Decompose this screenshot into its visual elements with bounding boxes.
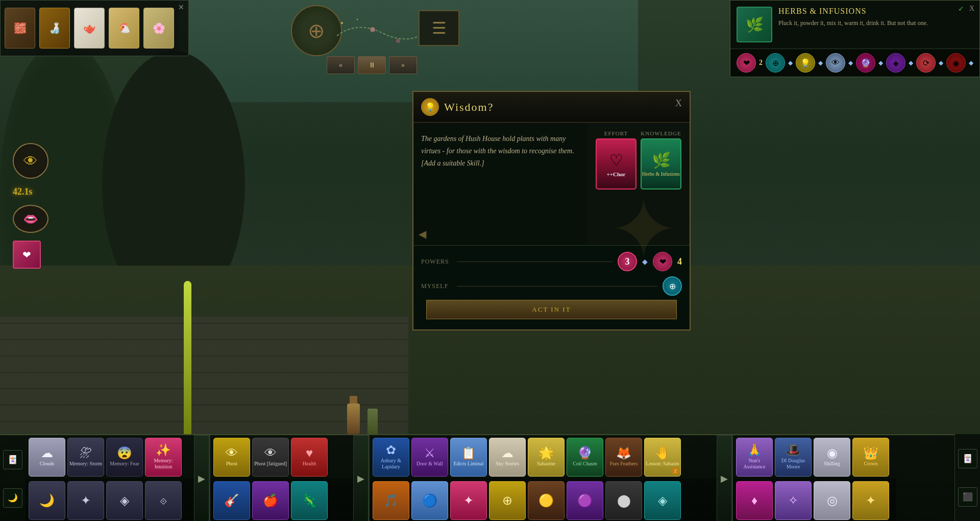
lips-icon[interactable]: 👄 [13,205,48,233]
resource-yellow[interactable]: 💡 [796,53,815,73]
di-douglas-icon: 🎩 [786,444,801,456]
effort-card[interactable]: ♡ ++Chor [596,138,636,190]
coil-chasm-icon: 🔮 [577,447,593,459]
bottom-card-sabazine[interactable]: 🌟 Sabazine [528,438,565,477]
bottom-card-s4b3[interactable]: ◎ [814,481,850,520]
bottom-card-door-wall[interactable]: ⚔ Door & Wall [411,438,448,477]
timer-display: 42.1s [13,186,48,197]
bottom-card-furs-feathers[interactable]: 🦊 Furs Feathers [605,438,642,477]
svg-point-1 [396,39,400,43]
s1b1-icon: 🌙 [39,494,55,507]
wisdom-bulb-icon: 💡 [421,98,439,116]
memory-storm-icon: ⛈ [80,447,92,459]
corner-btn-moon[interactable]: 🌙 [3,488,22,508]
forward-button[interactable]: » [389,56,417,74]
bottom-card-anbary[interactable]: ✿ Anbary & Lapidary [373,438,409,477]
resource-red-ring[interactable]: ⟳ [916,53,936,73]
bottom-card-s3b7[interactable]: ⬤ [605,481,642,520]
section1-top-row: ☁ Clouds ⛈ Memory: Storm 😨 Memory: Fear … [26,435,194,479]
wisdom-title: Wisdom? [444,101,494,114]
bottom-card-s2b3[interactable]: 🦎 [291,481,328,520]
bottom-card-s4b1[interactable]: ♦ [736,481,773,520]
bottom-card-shilling[interactable]: ◉ Shilling [814,438,850,477]
arrow-right-2[interactable]: ▶ [353,435,369,521]
resource-pink-1[interactable]: ❤ [737,53,756,73]
bottom-card-memory-storm[interactable]: ⛈ Memory: Storm [67,438,104,477]
bottom-card-coil-chasm[interactable]: 🔮 Coil Chasm [567,438,603,477]
s4b3-icon: ◎ [827,494,838,507]
bottom-card-phost-fatigued[interactable]: 👁 Phost [fatigued] [252,438,289,477]
arrow-right-3[interactable]: ▶ [717,435,732,521]
inventory-card-5[interactable]: 🌸 [143,8,174,49]
corner-btn-right-top[interactable]: 🃏 [958,449,977,468]
s3b7-icon: ⬤ [617,494,631,507]
resource-light[interactable]: 👁 [826,53,845,73]
door-wall-icon: ⚔ [424,447,435,459]
bottom-card-phost[interactable]: 👁 Phost [213,438,250,477]
bottom-card-health[interactable]: ♥ Health [291,438,328,477]
inventory-card-4[interactable]: 🐔 [109,8,139,49]
bottom-card-s3b5[interactable]: 🟡 [528,481,565,520]
bottom-card-s3b4[interactable]: ⊕ [489,481,526,520]
herbs-header: 🌿 Herbs & Infusions Pluck it, powder it,… [730,1,979,49]
anbary-icon: ✿ [386,444,396,456]
bottom-card-memory-fear[interactable]: 😨 Memory: Fear [106,438,143,477]
arrow-right-1[interactable]: ▶ [194,435,209,521]
resource-dark-red[interactable]: ◉ [946,53,966,73]
act-in-it-button[interactable]: ACT IN IT [426,300,677,319]
bottom-card-s1b4[interactable]: ⟐ [145,481,182,520]
bottom-card-s1b1[interactable]: 🌙 [29,481,65,520]
corner-btn-right-bottom[interactable]: ⬛ [958,487,977,507]
eye-icon[interactable]: 👁 [13,143,48,179]
plant-tall [184,281,191,434]
bottom-card-s3b2[interactable]: 🔵 [411,481,448,520]
bottom-card-s3b3[interactable]: ✦ [450,481,487,520]
bottom-card-s3b6[interactable]: 🟣 [567,481,603,520]
herbs-title: Herbs & Infusions [778,7,928,16]
left-action-card[interactable]: ❤ [13,241,41,269]
rewind-button[interactable]: « [327,56,355,74]
inventory-card-2[interactable]: 🍶 [39,8,70,49]
bottom-card-s4b4[interactable]: ✦ [852,481,889,520]
pause-button[interactable]: ⏸ [358,56,386,74]
wisdom-close-button[interactable]: X [675,98,682,109]
bottom-card-nuns-assistance[interactable]: 🙏 Nun's Assistance [736,438,773,477]
bottom-card-di-douglas[interactable]: 🎩 DI Douglas Moore [775,438,812,477]
top-inventory-bar: 🧱 🍶 🫖 🐔 🌸 ✕ [0,0,189,56]
bottom-card-lesson-sabazin[interactable]: 🤚 Lesson: Sabazin 2 [644,438,681,477]
compass-icon: ⊕ [308,19,325,43]
herbs-panel-close[interactable]: X [969,5,974,13]
bottom-card-sky-stories[interactable]: ☁ Sky Stories [489,438,526,477]
section3-bottom-row: 🎵 🔵 ✦ ⊕ 🟡 🟣 ⬤ ◈ [370,479,717,521]
bottom-card-s1b3[interactable]: ◈ [106,481,143,520]
wisdom-nav-left[interactable]: ◀ [419,228,426,240]
sabazine-icon: 🌟 [538,447,554,459]
corner-btn-deck[interactable]: 🃏 [3,450,22,469]
bottom-card-clouds[interactable]: ☁ Clouds [29,438,65,477]
resource-teal[interactable]: ⊕ [766,53,785,73]
resource-purple[interactable]: ◈ [886,53,905,73]
effort-slot: Effort ♡ ++Chor [596,130,636,190]
bottom-card-edicts[interactable]: 📋 Edicts Liminal [450,438,487,477]
bottom-card-crown[interactable]: 👑 Crown [852,438,889,477]
bottom-card-memory-intuition[interactable]: ✨ Memory: Intuition [145,438,182,477]
inventory-card-3[interactable]: 🫖 [74,8,105,49]
knowledge-card[interactable]: 🌿 Herbs & Infusions [641,138,681,190]
s3b2-icon: 🔵 [422,494,437,507]
right-emblem[interactable]: ☰ [419,10,459,46]
bottom-card-s1b2[interactable]: ✦ [67,481,104,520]
bottom-card-s2b2[interactable]: 🍎 [252,481,289,520]
top-bar-close-button[interactable]: ✕ [178,3,184,12]
bottom-card-s3b1[interactable]: 🎵 [373,481,409,520]
s2b2-icon: 🍎 [263,494,278,507]
s2b1-icon: 🎸 [224,494,239,507]
resource-dark-pink[interactable]: 🔮 [856,53,875,73]
diamond-sep-6: ◆ [939,59,943,67]
svg-point-3 [357,19,358,20]
bottom-card-s4b2[interactable]: ✧ [775,481,812,520]
bottom-card-s3b8[interactable]: ◈ [644,481,681,520]
section3-top-row: ✿ Anbary & Lapidary ⚔ Door & Wall 📋 Edic… [370,435,717,479]
myself-label: Myself [421,282,452,290]
inventory-card-1[interactable]: 🧱 [5,8,35,49]
bottom-card-s2b1[interactable]: 🎸 [213,481,250,520]
